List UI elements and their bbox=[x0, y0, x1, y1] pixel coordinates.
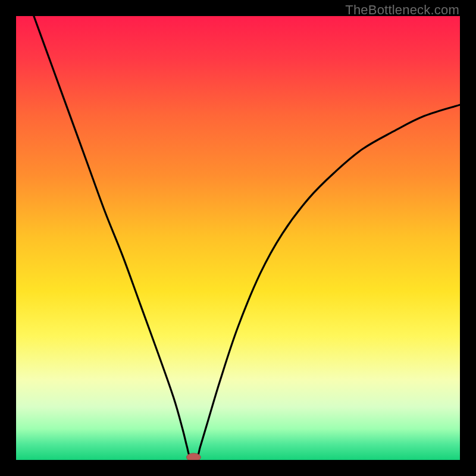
bottleneck-chart bbox=[16, 16, 460, 460]
optimal-marker bbox=[186, 453, 201, 460]
chart-frame bbox=[16, 16, 460, 460]
gradient-rect bbox=[16, 16, 460, 460]
